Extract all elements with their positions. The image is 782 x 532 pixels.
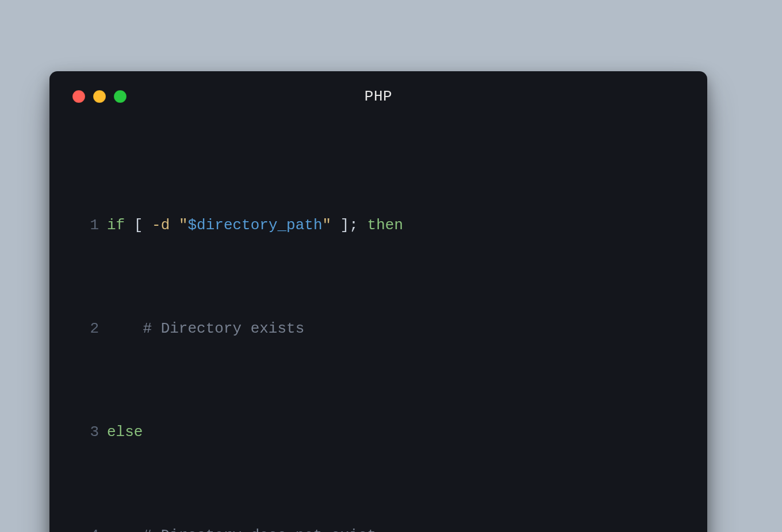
code-line: 3 else bbox=[72, 422, 684, 442]
code-line: 4 # Directory does not exist bbox=[72, 525, 684, 532]
line-number: 4 bbox=[72, 525, 107, 532]
line-number: 3 bbox=[72, 422, 107, 442]
code-window: PHP 1 if [ -d "$directory_path" ]; then … bbox=[49, 71, 707, 532]
code-line: 1 if [ -d "$directory_path" ]; then bbox=[72, 215, 684, 236]
code-text: else bbox=[107, 422, 143, 442]
minimize-icon[interactable] bbox=[93, 90, 106, 103]
code-text: # Directory exists bbox=[107, 318, 304, 339]
code-block: 1 if [ -d "$directory_path" ]; then 2 # … bbox=[72, 132, 684, 532]
code-line: 2 # Directory exists bbox=[72, 318, 684, 339]
code-text: if [ -d "$directory_path" ]; then bbox=[107, 215, 403, 236]
window-title: PHP bbox=[72, 88, 684, 105]
line-number: 1 bbox=[72, 215, 107, 236]
traffic-lights bbox=[72, 90, 126, 103]
zoom-icon[interactable] bbox=[114, 90, 126, 103]
close-icon[interactable] bbox=[72, 90, 85, 103]
line-number: 2 bbox=[72, 318, 107, 339]
titlebar: PHP bbox=[72, 88, 684, 105]
code-text: # Directory does not exist bbox=[107, 525, 376, 532]
